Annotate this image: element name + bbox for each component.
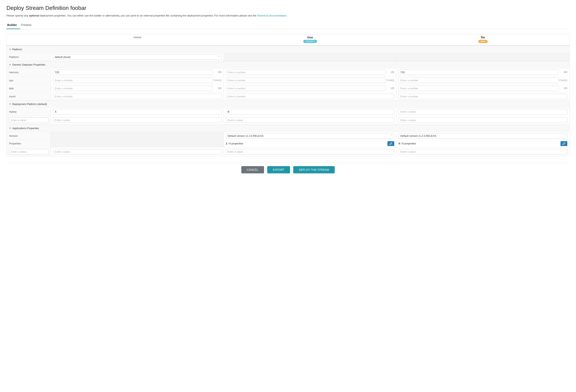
section-deployment-platform-header[interactable]: ▼ Deployment Platform (default) (7, 100, 569, 108)
prop-cell-platform-time (224, 53, 397, 61)
unit-mb-disk-file: MB (559, 87, 567, 90)
mykey-input-global[interactable] (53, 109, 222, 114)
prop-cell-version-file: Default version (1.2.0.RELEAS ⌃ (397, 132, 569, 140)
newkey-input-file[interactable] (399, 117, 567, 123)
cpu-input-file[interactable] (399, 78, 558, 83)
col-header-global: Global (51, 34, 224, 44)
table-row: memory MB MB MB (7, 68, 569, 76)
deploy-button[interactable]: DEPLOY THE STREAM (293, 166, 335, 173)
prop-label-properties: Properties (7, 140, 51, 147)
tab-builder[interactable]: Builder (6, 22, 20, 29)
prop-cell-platform-file (397, 53, 569, 61)
page-title: Deploy Stream Definition foobar (6, 5, 570, 11)
app-label-input[interactable] (9, 149, 48, 155)
unit-cores-time: Core(s) (386, 79, 394, 82)
mykey-input-file[interactable] (399, 109, 567, 114)
table-row: Platform default (local) ⌃ (7, 53, 569, 61)
count-input-global[interactable] (53, 94, 222, 99)
prop-cell-memory-time: MB (224, 68, 397, 76)
table-row: Version Default version (1.2.0.RELEAS ⌃ … (7, 132, 569, 140)
table-header: Global time SOURCE file SINK (7, 34, 569, 46)
version-select-file[interactable]: Default version (1.2.0.RELEAS ⌃ (399, 133, 567, 139)
prop-cell-disk-time: MB (224, 84, 397, 92)
disk-input-global[interactable] (53, 86, 213, 91)
chevron-down-icon: ▼ (9, 103, 11, 105)
prop-label-platform: Platform (7, 53, 51, 61)
edit-properties-file-button[interactable] (560, 141, 567, 146)
prop-cell-properties-file: 0 / 8 properties (397, 140, 569, 147)
col-header-time: time SOURCE (224, 34, 397, 44)
newkey-input-global[interactable] (53, 117, 222, 123)
platform-select-global[interactable]: default (local) ⌃ (53, 54, 222, 60)
prop-cell-cpu-time: Core(s) (224, 77, 397, 84)
section-platform-header[interactable]: ▼ Platform (7, 46, 569, 53)
new-key-label-input[interactable] (9, 117, 48, 123)
app-value-input-global[interactable] (53, 149, 222, 155)
prop-label-app-value[interactable] (7, 147, 51, 156)
version-dropdown-time[interactable]: Default version (1.2.0.RELEAS (226, 133, 395, 139)
prop-cell-newkey-file (397, 116, 569, 125)
disk-input-time[interactable] (226, 86, 386, 91)
prop-label-cpu: cpu (7, 77, 51, 84)
chevron-down-icon: ▼ (9, 127, 11, 129)
prop-cell-memory-file: MB (397, 68, 569, 76)
badge-sink: SINK (478, 40, 488, 43)
newkey-input-time[interactable] (226, 117, 395, 123)
mykey-input-time[interactable] (226, 109, 395, 114)
prop-label-version: Version (7, 132, 51, 140)
version-select-time[interactable]: Default version (1.2.0.RELEAS ⌃ (226, 133, 395, 139)
app-value-input-time[interactable] (226, 149, 395, 155)
tab-bar: Builder Freetext (6, 22, 570, 29)
footer-actions: CANCEL EXPORT DEPLOY THE STREAM (6, 163, 570, 173)
unit-cores-global: Core(s) (214, 79, 222, 82)
memory-input-global[interactable] (53, 70, 213, 75)
deploy-table: Global time SOURCE file SINK ▼ Platform … (6, 34, 570, 156)
prop-cell-version-time: Default version (1.2.0.RELEAS ⌃ (224, 132, 397, 140)
prop-cell-mykey-file (397, 108, 569, 116)
prop-label-new-key[interactable] (7, 116, 51, 125)
cpu-input-time[interactable] (226, 78, 386, 83)
table-row (7, 147, 569, 156)
count-input-time[interactable] (226, 94, 395, 99)
prop-cell-version-global (51, 132, 224, 140)
unit-mb-disk-time: MB (386, 87, 394, 90)
table-row (7, 116, 569, 125)
prop-cell-properties-global (51, 140, 224, 147)
section-generic-deployer-header[interactable]: ▼ Generic Deployer Properties (7, 61, 569, 68)
unit-mb-file: MB (559, 71, 567, 74)
prop-cell-memory-global: MB (51, 68, 224, 76)
cancel-button[interactable]: CANCEL (241, 166, 264, 173)
section-platform: ▼ Platform Platform default (local) ⌃ (7, 46, 569, 61)
unit-mb-time: MB (386, 71, 394, 74)
section-applications-properties-header[interactable]: ▼ Applications Properties (7, 125, 569, 132)
prop-cell-app-file (397, 147, 569, 156)
table-row: mykey (7, 108, 569, 116)
version-dropdown-file[interactable]: Default version (1.2.0.RELEAS (399, 133, 567, 139)
memory-input-time[interactable] (226, 70, 386, 75)
col-header-file: file SINK (397, 34, 569, 44)
prop-cell-disk-file: MB (397, 84, 569, 92)
app-value-input-file[interactable] (399, 149, 567, 155)
prop-label-disk: disk (7, 84, 51, 92)
table-row: Properties 1 / 6 properties 0 / 8 proper… (7, 140, 569, 147)
prop-cell-count-file (397, 93, 569, 100)
cpu-input-global[interactable] (53, 78, 213, 83)
section-deployment-platform: ▼ Deployment Platform (default) mykey (7, 100, 569, 125)
prop-cell-newkey-time (224, 116, 397, 125)
prop-cell-app-global (51, 147, 224, 156)
props-count-file: 0 / 8 properties (399, 142, 559, 145)
tech-doc-link[interactable]: Technical Documentation (257, 14, 286, 17)
page-description: Please specify any optional deployment p… (6, 14, 570, 18)
platform-dropdown-global[interactable]: default (local) (53, 54, 222, 60)
prop-cell-cpu-global: Core(s) (51, 77, 224, 84)
unit-mb-disk-global: MB (214, 87, 222, 90)
export-button[interactable]: EXPORT (267, 166, 290, 173)
section-generic-deployer: ▼ Generic Deployer Properties memory MB … (7, 61, 569, 100)
count-input-file[interactable] (399, 94, 567, 99)
edit-properties-time-button[interactable] (387, 141, 394, 146)
prop-cell-disk-global: MB (51, 84, 224, 92)
disk-input-file[interactable] (399, 86, 558, 91)
chevron-down-icon: ▼ (9, 64, 11, 66)
memory-input-file[interactable] (399, 70, 558, 75)
tab-freetext[interactable]: Freetext (20, 22, 34, 29)
